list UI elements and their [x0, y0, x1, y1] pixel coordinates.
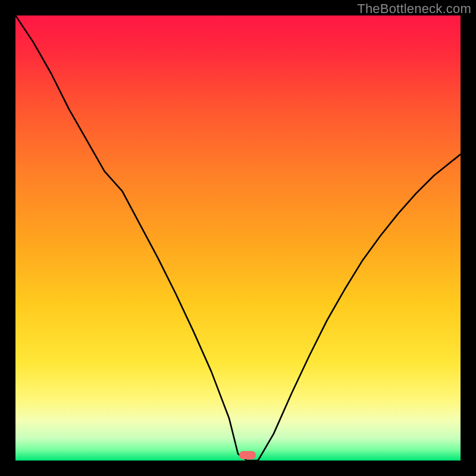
background-gradient [15, 15, 461, 461]
watermark-text: TheBottleneck.com [357, 1, 471, 17]
svg-rect-0 [15, 15, 461, 461]
optimum-marker [239, 451, 256, 459]
chart-frame: TheBottleneck.com [0, 0, 476, 476]
plot-area [15, 15, 461, 461]
